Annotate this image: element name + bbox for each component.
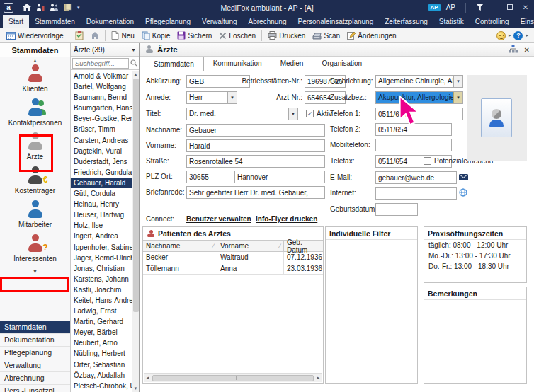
doctor-list-item[interactable]: Arnold & Volkmar — [71, 71, 132, 81]
doctor-list-item[interactable]: Baumgarten, Hans — [71, 103, 132, 113]
menu-tab[interactable]: Pflegeplanung — [140, 15, 196, 28]
home-icon[interactable] — [23, 4, 31, 11]
praxisoeffnungszeiten-box[interactable]: Praxisöffnungszeiten täglich: 08:00 - 12… — [424, 226, 527, 283]
help-icon[interactable]: ? — [513, 31, 523, 40]
aenderungen-button[interactable]: Änderungen — [343, 29, 400, 42]
internet-globe-icon[interactable] — [459, 188, 467, 198]
doctor-list-item[interactable]: Heinau, Henry — [71, 199, 132, 209]
doctor-list-item[interactable]: Ingert, Andrea — [71, 231, 132, 241]
doctor-list-item[interactable]: Holz, Ilse — [71, 220, 132, 231]
contacts-icon[interactable] — [50, 4, 59, 11]
sidebar-nav-item[interactable]: Pers.-Einsatzpl. — [0, 385, 70, 392]
wiedervorlage-button[interactable]: Wiedervorlage — [3, 29, 67, 42]
doctor-list-item[interactable]: Martin, Gerhard — [71, 316, 132, 327]
menu-tab[interactable]: Einstellungen — [515, 15, 534, 28]
sidebar-nav-item[interactable]: Abrechnung — [0, 372, 70, 385]
doctor-list-item[interactable]: Jonas, Christian — [71, 263, 132, 274]
doctor-list-item[interactable]: Gebauer, Harald — [71, 178, 132, 188]
bemerkungen-box[interactable]: Bemerkungen — [424, 287, 527, 384]
detail-tab[interactable]: Medien — [271, 57, 313, 71]
doctor-list-item[interactable]: Carsten, Andreas — [71, 135, 132, 146]
doctor-list-item[interactable]: Keitel, Hans-Andreas — [71, 295, 132, 306]
doctor-list-item[interactable]: Friedrich, Gundula — [71, 167, 132, 178]
zusatzbez-select[interactable]: Akupunktur, Allergologie▼ — [375, 91, 463, 104]
menu-tab[interactable]: Zeiterfassung — [379, 15, 433, 28]
drucken-button[interactable]: Drucken — [264, 29, 309, 42]
patients-hscrollbar[interactable]: ◄ ► — [144, 373, 322, 382]
records-icon[interactable] — [64, 4, 72, 11]
column-header-vorname[interactable]: Vorname∕ — [217, 241, 284, 251]
plz-field[interactable] — [186, 171, 227, 183]
dropdown-caret-icon[interactable]: ▼ — [453, 92, 462, 103]
info-flyer-drucken-link[interactable]: Info-Flyer drucken — [256, 215, 317, 223]
detail-tab[interactable]: Kommunikation — [204, 57, 271, 71]
filter-icon[interactable] — [476, 4, 484, 12]
telefon2-field[interactable] — [375, 123, 452, 136]
sidebar-item-mitarbeiter[interactable]: Mitarbeiter — [0, 200, 70, 234]
panel-close-icon[interactable]: ✕ — [524, 46, 530, 54]
doctor-list-item[interactable]: Baumann, Bernd — [71, 92, 132, 103]
doctor-list-item[interactable]: Neubert, Arno — [71, 338, 132, 348]
nachname-field[interactable] — [186, 124, 325, 137]
sidebar-nav-item[interactable]: Pflegeplanung — [0, 347, 70, 359]
doctor-list-item[interactable]: Pietsch-Chrobok, Ulrich — [71, 381, 132, 391]
email-envelope-icon[interactable] — [459, 174, 468, 182]
quick-access-caret-icon[interactable]: ▾ — [77, 5, 80, 11]
sidebar-nav-item[interactable]: Verwaltung — [0, 359, 70, 372]
doctor-list-item[interactable]: Brüser, Timm — [71, 124, 132, 134]
menu-tab[interactable]: Stammdaten — [29, 15, 81, 28]
menu-tab[interactable]: Controlling — [470, 15, 515, 28]
doctor-list-item[interactable]: Dagtekin, Vural — [71, 146, 132, 156]
menu-tab[interactable]: Statistik — [433, 15, 470, 28]
scrollbar-thumb[interactable] — [133, 79, 139, 312]
doctor-list-item[interactable]: Ladwig, Ernst — [71, 306, 132, 316]
benutzer-verwalten-link[interactable]: Benutzer verwalten — [186, 215, 251, 223]
sidebar-nav-item[interactable]: Stammdaten — [0, 321, 70, 334]
list-dropdown-caret-icon[interactable]: ▼ — [131, 47, 136, 52]
telefon1-field[interactable] — [375, 108, 463, 120]
sichern-button[interactable]: Sichern — [174, 29, 215, 42]
doctor-list-item[interactable]: Gütl, Cordula — [71, 188, 132, 199]
maximize-button[interactable] — [505, 4, 515, 11]
doctor-list-item[interactable]: Bartel, Wolfgang — [71, 81, 132, 92]
individuelle-filter-box[interactable]: Individuelle Filter — [325, 226, 418, 384]
geburtsdatum-field[interactable] — [375, 203, 418, 216]
sidebar-scroll-up-icon[interactable]: ▲ — [0, 57, 70, 64]
menu-tab[interactable]: Abrechnung — [243, 15, 292, 28]
doctor-list-item[interactable]: Ippenhofer, Sabine — [71, 242, 132, 253]
tasks-button[interactable] — [72, 29, 87, 42]
patient-row[interactable]: Töllemann Anna 23.03.1936 — [143, 263, 323, 275]
sidebar-scroll-down-icon[interactable]: ▼ — [0, 268, 70, 275]
neu-button[interactable]: Neu — [108, 29, 137, 42]
scroll-left-icon[interactable]: ◄ — [144, 376, 152, 380]
dropdown-caret-icon[interactable]: ▼ — [288, 108, 297, 120]
sidebar-item-aerzte[interactable]: Ärzte — [0, 132, 70, 166]
sidebar-item-kostentraeger[interactable]: € Kostenträger — [0, 166, 70, 200]
potenzialerhebend-checkbox[interactable] — [424, 157, 431, 165]
hscrollbar-thumb[interactable] — [152, 375, 314, 381]
column-header-nachname[interactable]: Nachname∕ — [143, 241, 217, 251]
sidebar-nav-item[interactable]: Dokumentation — [0, 334, 70, 347]
mobiltelefon-field[interactable] — [375, 139, 452, 151]
photo-button[interactable] — [481, 98, 512, 137]
doctor-list-item[interactable]: Heuser, Hartwig — [71, 209, 132, 220]
doctor-list-item[interactable]: Karstens, Johann — [71, 274, 132, 284]
menu-tab[interactable]: Start — [3, 15, 29, 28]
doctor-list-item[interactable]: Özbay, Abdallah — [71, 370, 132, 381]
minimize-button[interactable]: – — [489, 4, 499, 11]
organisation-chart-icon[interactable] — [509, 45, 518, 54]
help-caret-icon[interactable]: ▸ — [526, 33, 528, 38]
practice-button[interactable] — [87, 29, 103, 42]
sidebar-item-interessenten[interactable]: ? Interessenten — [0, 234, 70, 268]
vorname-field[interactable] — [186, 139, 325, 152]
feedback-smiley-icon[interactable] — [496, 31, 506, 40]
close-button[interactable]: ✕ — [521, 4, 530, 11]
internet-field[interactable] — [375, 187, 457, 200]
doctor-list-item[interactable]: Beyer-Gustke, Renate — [71, 113, 132, 124]
sidebar-item-kontaktpersonen[interactable]: Kontaktpersonen — [0, 98, 70, 132]
briefanrede-field[interactable] — [186, 186, 325, 199]
doctor-list-item[interactable]: Nübling, Herbert — [71, 348, 132, 359]
scan-button[interactable]: Scan — [309, 29, 343, 42]
feedback-caret-icon[interactable]: ▸ — [509, 33, 511, 38]
menu-tab[interactable]: Dokumentation — [81, 15, 140, 28]
